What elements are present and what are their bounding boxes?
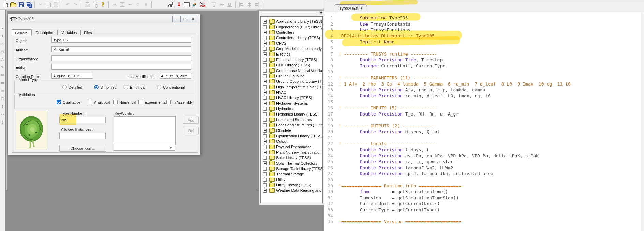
expand-plus-icon[interactable] — [263, 47, 267, 51]
chart-tool-icon[interactable]: ▥ — [1, 89, 4, 93]
delete-tool-icon[interactable]: × — [1, 42, 4, 46]
help-button[interactable]: ? — [99, 1, 107, 9]
align-left-button[interactable] — [237, 1, 245, 9]
expand-plus-icon[interactable] — [263, 118, 267, 122]
tree-item[interactable]: Controllers — [261, 30, 322, 35]
code-line[interactable]: 5 Implicit None — [324, 39, 644, 45]
code-line[interactable]: 22! --------- Locals ------------------ — [324, 141, 644, 147]
code-line[interactable]: 11! --------- PARAMETERS (11) ---------- — [324, 75, 644, 81]
new-file-button[interactable] — [1, 1, 9, 9]
code-line[interactable]: 8 Double Precision Time, Timestep — [324, 57, 644, 63]
tree-item[interactable]: GHP Library (TESS) — [261, 62, 322, 68]
checkbox-in-assembly[interactable]: In Assembly — [166, 100, 193, 104]
vertical-tool-icon[interactable]: ↕ — [1, 105, 4, 108]
code-line[interactable]: 27 Double Precision cp_J, lambda_Jkg, cu… — [324, 171, 644, 177]
tree-item[interactable]: Loads and Structures — [261, 117, 322, 122]
tree-item[interactable]: Ground Coupling Library (TESS) — [261, 79, 322, 84]
tree-item[interactable]: Hydrogen Systems — [261, 101, 322, 106]
code-line[interactable]: 28 — [324, 177, 644, 183]
checkbox-numerical[interactable]: Numerical — [113, 100, 136, 104]
pan-tool-icon[interactable]: + — [1, 34, 4, 38]
tree-item[interactable]: Obsolete — [261, 128, 322, 133]
code-line[interactable]: 30 Time = getSimulationTime() — [324, 189, 644, 195]
radio-empirical[interactable]: Empirical — [124, 85, 145, 89]
tree-item[interactable]: Utility Library (TESS) — [261, 182, 322, 188]
code-line[interactable]: 12! 1 Afv 2 rho 3 Cp 4 lambda 5 Gamma 6 … — [324, 81, 644, 87]
tree-item[interactable]: Utility — [261, 177, 322, 182]
creation-date-field[interactable] — [51, 73, 92, 79]
open-file-button[interactable] — [9, 1, 17, 9]
expand-plus-icon[interactable] — [263, 189, 267, 192]
checkbox-experimental[interactable]: Experimental — [138, 100, 166, 104]
print-preview-button[interactable] — [91, 1, 99, 9]
choose-icon-button[interactable]: Choose icon ... — [59, 145, 106, 152]
print-button[interactable] — [83, 1, 91, 9]
fortran-wizard-button[interactable]: FOR — [198, 1, 206, 9]
expand-plus-icon[interactable] — [263, 112, 267, 116]
panel-drag-grip[interactable] — [261, 12, 317, 15]
code-line[interactable]: 26 Double Precision lambdaE_Wm2, H_Wm2 — [324, 165, 644, 171]
save-button[interactable] — [17, 1, 25, 9]
pen-tool-icon[interactable]: ✎ — [1, 66, 4, 69]
code-line[interactable]: 1 Subroutine Type205 — [324, 15, 644, 21]
code-line[interactable]: 18 — [324, 117, 644, 123]
checkbox-analytical[interactable]: Analytical — [88, 100, 110, 104]
code-line[interactable]: 16! --------- INPUTS (5) -------------- — [324, 105, 644, 111]
tree-item[interactable]: Greenhouse Natural Ventilation — [261, 68, 322, 73]
code-line[interactable]: 23 Double Precision t_days, L — [324, 147, 644, 153]
minimize-button[interactable]: – — [172, 16, 181, 22]
expand-plus-icon[interactable] — [263, 96, 267, 100]
expand-plus-icon[interactable] — [263, 151, 267, 154]
tree-item[interactable]: Loads and Structures (TESS) — [261, 122, 322, 128]
code-line[interactable]: 2 Use TrnsysConstants — [324, 21, 644, 27]
copy-button[interactable] — [44, 1, 52, 9]
align-top-button[interactable] — [210, 1, 218, 9]
expand-plus-icon[interactable] — [263, 183, 267, 187]
expand-plus-icon[interactable] — [263, 123, 267, 127]
add-keyword-button[interactable]: Add — [183, 117, 199, 124]
tree-item[interactable]: CPVS — [261, 41, 322, 46]
expand-plus-icon[interactable] — [263, 25, 267, 29]
close-tree-panel-icon[interactable]: x — [320, 11, 322, 15]
tree-view-button[interactable] — [167, 1, 175, 9]
dialog-tab-description[interactable]: Description — [32, 30, 58, 35]
format-brush-button[interactable] — [191, 1, 198, 9]
radio-detailed[interactable]: Detailed — [62, 85, 82, 89]
expand-plus-icon[interactable] — [263, 178, 267, 182]
expand-plus-icon[interactable] — [263, 85, 267, 89]
expand-plus-icon[interactable] — [263, 156, 267, 160]
tree-item[interactable]: Plant Nursery Transpiration — [261, 150, 322, 155]
code-line[interactable]: 15 — [324, 99, 644, 105]
checkbox-qualitative[interactable]: Qualitative — [57, 100, 80, 104]
code-line[interactable]: 3 Use TrnsysFunctions — [324, 27, 644, 33]
expand-plus-icon[interactable] — [263, 134, 267, 138]
expand-plus-icon[interactable] — [263, 63, 267, 67]
align-bottom-button[interactable] — [226, 1, 234, 9]
editor-scrollbar[interactable] — [641, 12, 644, 231]
save-all-button[interactable] — [25, 1, 33, 9]
close-button[interactable]: × — [189, 16, 197, 22]
library-tree[interactable]: Applications Library (TESS)Cogeneration … — [260, 16, 323, 203]
tree-item[interactable]: Thermal Storage — [261, 171, 322, 177]
tree-item[interactable]: Ground Coupling — [261, 73, 322, 79]
maximize-button[interactable]: □ — [180, 16, 189, 22]
code-line[interactable]: 33 CurrentType = getCurrentType() — [324, 207, 644, 213]
code-line[interactable]: 4!DEC$Attributes DLLexport :: Type205 — [324, 33, 644, 39]
code-line[interactable]: 20 Double Precision Q_sens, Q_lat — [324, 129, 644, 135]
organization-field[interactable] — [51, 55, 191, 61]
code-area[interactable]: 1 Subroutine Type2052 Use TrnsysConstant… — [324, 12, 644, 231]
insert-down-button[interactable] — [175, 1, 183, 9]
horizontal-tool-icon[interactable]: ↔ — [1, 113, 4, 116]
code-line[interactable]: 14 Double Precision rc_min, d_leaf, L0, … — [324, 93, 644, 99]
tree-item[interactable]: Hydronics Library (TESS) — [261, 111, 322, 117]
expand-plus-icon[interactable] — [263, 74, 267, 78]
expand-plus-icon[interactable] — [263, 161, 267, 165]
expand-plus-icon[interactable] — [263, 69, 267, 73]
tree-item[interactable]: Electrical Library (TESS) — [261, 57, 322, 62]
fit-height-button[interactable]: ↕ — [134, 1, 142, 9]
tree-item[interactable]: High Temperature Solar (TESS) — [261, 84, 322, 90]
code-line[interactable]: 7! --------- TRNSYS runtime ---------- — [324, 51, 644, 57]
expand-plus-icon[interactable] — [263, 52, 267, 56]
dialog-tab-general[interactable]: General — [12, 29, 32, 36]
expand-plus-icon[interactable] — [263, 140, 267, 143]
